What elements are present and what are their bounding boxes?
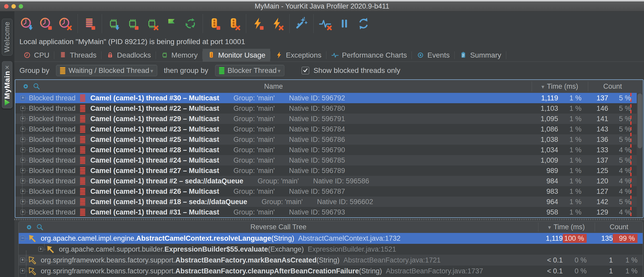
expand-icon[interactable]: + (20, 199, 25, 204)
force-garbage-collection-button[interactable] (183, 16, 198, 31)
trigger-event-inspections-button[interactable] (294, 16, 309, 31)
stop-monitor-profiling-button[interactable] (207, 16, 222, 31)
count-percent: 5 % (608, 136, 631, 144)
capture-snapshot-flag-button[interactable] (164, 16, 179, 31)
callback-arrow-icon (28, 234, 37, 243)
tab-deadlocks[interactable]: Deadlocks (101, 49, 156, 61)
thread-row[interactable]: +Blocked threadCamel (camel-1) thread #2… (15, 155, 637, 165)
expand-icon[interactable]: + (20, 189, 25, 194)
row-prefix: Blocked thread (29, 125, 76, 133)
stop-memory-recording-button[interactable] (125, 16, 140, 31)
thread-row[interactable]: +Blocked threadCamel (camel-1) thread #3… (15, 207, 637, 217)
clear-memory-data-button[interactable] (145, 16, 160, 31)
thread-row[interactable]: +Blocked threadCamel (camel-1) thread #2… (15, 134, 637, 145)
grouping-bar: Group by Waiting / Blocked Thread then g… (14, 62, 644, 79)
thread-row-name-cell: +Blocked threadCamel (camel-1) thread #3… (15, 208, 519, 216)
column-header-time[interactable]: Time (ms) (532, 80, 588, 93)
clear-cpu-data-button[interactable] (58, 16, 73, 31)
mymain-tab-label: MyMain (3, 71, 11, 99)
expand-icon[interactable]: + (20, 116, 25, 121)
column-header-count[interactable]: Count (588, 80, 637, 93)
count-value: 120 (581, 177, 608, 185)
panel-splitter-handle[interactable] (14, 218, 644, 221)
tab-memory[interactable]: Memory (156, 49, 202, 61)
thread-row[interactable]: +Blocked threadCamel (camel-1) thread #2… (15, 124, 637, 134)
tab-summary[interactable]: Summary (455, 49, 506, 61)
thread-group: Group: 'main' (234, 115, 275, 123)
expand-icon[interactable]: + (20, 96, 25, 100)
time-value: 1,119 (524, 234, 563, 243)
row-prefix: Blocked thread (29, 94, 76, 102)
tab-label: Performance Charts (342, 51, 407, 59)
pause-telemetry-button[interactable] (337, 16, 352, 31)
expand-icon[interactable]: + (20, 158, 25, 163)
column-header-name[interactable]: Name (15, 80, 532, 93)
tab-exceptions[interactable]: Exceptions (270, 49, 326, 61)
expand-icon[interactable]: + (20, 148, 25, 152)
expand-icon[interactable]: + (20, 137, 25, 142)
scrollbar-thumb[interactable] (638, 93, 642, 148)
call-tree-row[interactable]: +org.springframework.beans.factory.suppo… (19, 255, 643, 266)
call-tree-column-time[interactable]: Time (ms) (538, 221, 595, 233)
expand-icon[interactable]: + (20, 179, 25, 183)
sidebar-tab-mymain[interactable]: × MyMain (2, 61, 12, 108)
pulse-icon (331, 51, 339, 59)
titlebar[interactable]: MyMain - YourKit Java Profiler 2020.9-b4… (0, 2, 644, 11)
thread-row[interactable]: +Blocked threadCamel (camel-1) thread #3… (15, 93, 637, 103)
thread-native-id: Native ID: 596791 (289, 115, 345, 123)
thread-row[interactable]: +Blocked threadCamel (camel-1) thread #2… (15, 186, 637, 197)
show-blocked-threads-checkbox[interactable] (302, 67, 309, 74)
thread-row[interactable]: +Blocked threadCamel (camel-1) thread #2… (15, 103, 637, 114)
vertical-scrollbar[interactable] (637, 93, 643, 217)
stop-exception-profiling-button[interactable] (250, 16, 265, 31)
thread-row[interactable]: +Blocked threadCamel (camel-1) thread #2… (15, 114, 637, 124)
call-tree-row[interactable]: +org.apache.camel.support.builder.Expres… (19, 244, 643, 255)
source-location: AbstractCamelContext.java:1732 (298, 234, 401, 243)
thread-row[interactable]: +Blocked threadCamel (camel-1) thread #2… (15, 176, 637, 186)
sidebar-tab-welcome[interactable]: Welcome (2, 19, 12, 56)
then-group-by-label: then group by (164, 66, 208, 75)
clear-probes-data-button[interactable] (318, 16, 333, 31)
expand-icon[interactable]: − (20, 236, 25, 241)
time-percent: 0 % (563, 256, 587, 264)
capture-thread-dump-button[interactable] (82, 16, 97, 31)
tab-events[interactable]: Events (412, 49, 454, 61)
expand-icon[interactable]: + (20, 210, 25, 214)
expand-icon[interactable]: + (20, 258, 25, 262)
thread-row[interactable]: +Blocked threadCamel (camel-1) thread #2… (15, 145, 637, 155)
thread-row[interactable]: +Blocked threadCamel (camel-1) thread #1… (15, 197, 637, 207)
blocked-thread-stack-icon (80, 94, 85, 102)
minimize-window-icon[interactable] (11, 4, 16, 9)
zoom-window-icon[interactable] (19, 4, 23, 9)
thread-row-name-cell: +Blocked threadCamel (camel-1) thread #2… (15, 167, 519, 175)
close-session-icon[interactable]: × (5, 64, 9, 71)
call-tree-column-count[interactable]: Count (595, 221, 643, 233)
clear-monitor-data-button[interactable] (226, 16, 241, 31)
expand-icon[interactable]: + (38, 247, 43, 252)
thread-row[interactable]: +Blocked threadCamel (camel-1) thread #2… (15, 165, 637, 176)
expand-icon[interactable]: + (20, 168, 25, 173)
group-by-dropdown[interactable]: Waiting / Blocked Thread (56, 65, 157, 76)
tab-cpu[interactable]: CPU (18, 49, 54, 61)
clock-arrow-icon (20, 17, 33, 30)
row-prefix: Blocked thread (29, 115, 76, 123)
refresh-button[interactable] (356, 16, 371, 31)
tab-performance-charts[interactable]: Performance Charts (326, 49, 412, 61)
count-value: 125 (581, 167, 608, 175)
clear-exception-data-button[interactable] (270, 16, 285, 31)
start-memory-recording-button[interactable] (106, 16, 121, 31)
expand-icon[interactable]: + (20, 106, 25, 111)
start-cpu-profiling-button[interactable] (19, 16, 35, 31)
call-tree-row[interactable]: −org.apache.camel.impl.engine.AbstractCa… (19, 233, 643, 244)
count-value: 141 (581, 115, 608, 123)
then-group-by-dropdown[interactable]: Blocker Thread (215, 65, 284, 76)
tab-monitor-usage[interactable]: Monitor Usage (203, 49, 270, 61)
group-by-value: Waiting / Blocked Thread (68, 66, 153, 75)
expand-icon[interactable]: + (20, 269, 25, 273)
close-window-icon[interactable] (4, 4, 9, 9)
tab-threads[interactable]: Threads (54, 49, 101, 61)
expand-icon[interactable]: + (20, 127, 25, 131)
method-reference: org.apache.camel.impl.engine.AbstractCam… (41, 234, 294, 243)
stop-cpu-profiling-button[interactable] (39, 16, 54, 31)
call-tree-row[interactable]: +org.springframework.beans.factory.suppo… (19, 266, 643, 276)
